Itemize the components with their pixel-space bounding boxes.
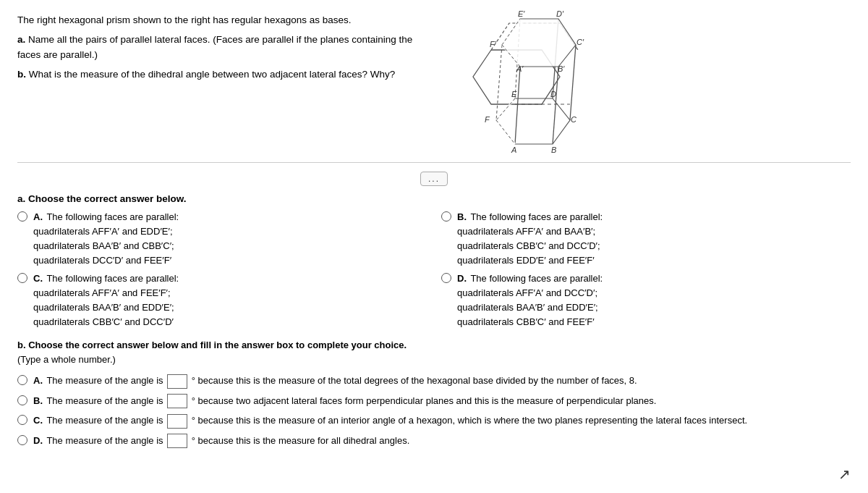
choice-c[interactable]: C. The following faces are parallel: qua… (17, 271, 427, 330)
b-degree-a: ° (192, 375, 195, 386)
choice-c-line3: quadrilaterals BAA′B′ and EDD′E′; (33, 302, 174, 313)
b-choice-c-before: The measure of the angle is (46, 415, 166, 426)
b-choice-d-label: D. (33, 435, 43, 446)
choice-d-line3: quadrilaterals BAA′B′ and EDD′E′; (457, 302, 598, 313)
b-choice-c-content: C. The measure of the angle is ° because… (33, 413, 747, 429)
section-b-choices: A. The measure of the angle is ° because… (17, 374, 851, 448)
cursor-icon: ↗ (838, 465, 851, 483)
choice-b-label: B. (457, 211, 467, 222)
part-b-text: b. What is the measure of the dihedral a… (17, 67, 422, 83)
svg-text:D′: D′ (556, 10, 564, 18)
b-choice-a-label: A. (33, 375, 43, 386)
b-degree-d: ° (192, 435, 195, 446)
top-section: The right hexagonal prism shown to the r… (17, 13, 851, 155)
choice-c-label: C. (33, 273, 43, 284)
choice-a-line1: The following faces are parallel: (46, 211, 179, 222)
choice-d-label: D. (457, 273, 467, 284)
section-b: b. Choose the correct answer below and f… (17, 338, 851, 448)
divider-1 (17, 162, 851, 163)
b-choice-c-label: C. (33, 415, 43, 426)
b-choice-a-before: The measure of the angle is (46, 375, 166, 386)
b-radio-b[interactable] (17, 395, 27, 405)
more-button[interactable]: ... (420, 172, 448, 186)
b-radio-d[interactable] (17, 435, 27, 445)
prism-diagram: E′ D′ C′ B′ A′ F′ A B C D E F (451, 10, 596, 155)
b-answer-box-b[interactable] (167, 394, 187, 408)
b-answer-box-c[interactable] (167, 414, 187, 429)
b-choice-d-before: The measure of the angle is (46, 435, 166, 446)
problem-text: The right hexagonal prism shown to the r… (17, 13, 422, 87)
b-degree-c: ° (192, 415, 195, 426)
svg-text:C′: C′ (576, 38, 584, 46)
choice-b-line2: quadrilaterals AFF′A′ and BAA′B′; (457, 226, 595, 237)
b-answer-box-d[interactable] (167, 434, 187, 448)
b-radio-c[interactable] (17, 415, 27, 425)
section-b-instruction-normal: (Type a whole number.) (17, 354, 116, 365)
section-a: a. Choose the correct answer below. A. T… (17, 193, 851, 329)
section-a-choices: A. The following faces are parallel: qua… (17, 210, 851, 329)
b-choice-b-before: The measure of the angle is (46, 395, 166, 406)
choice-c-line1: The following faces are parallel: (46, 273, 179, 284)
svg-line-5 (570, 45, 576, 120)
choice-d-line2: quadrilaterals AFF′A′ and DCC′D′; (457, 287, 597, 298)
svg-text:C: C (571, 115, 576, 124)
svg-text:F: F (485, 115, 490, 124)
radio-a[interactable] (17, 211, 27, 222)
radio-c[interactable] (17, 273, 27, 283)
choice-a-line2: quadrilaterals AFF′A′ and EDD′E′; (33, 226, 173, 237)
section-b-instruction: b. Choose the correct answer below and f… (17, 338, 851, 366)
choice-c-line4: quadrilaterals CBB′C′ and DCC′D′ (33, 316, 174, 327)
radio-b[interactable] (441, 211, 451, 222)
part-a-body: Name all the pairs of parallel lateral f… (17, 34, 412, 60)
b-choice-b-after: because two adjacent lateral faces form … (198, 395, 657, 406)
b-choice-b-content: B. The measure of the angle is ° because… (33, 394, 656, 409)
part-a-text: a. Name all the pairs of parallel latera… (17, 33, 422, 63)
svg-text:A′: A′ (516, 64, 524, 73)
b-choice-c[interactable]: C. The measure of the angle is ° because… (17, 413, 851, 429)
choice-d-line1: The following faces are parallel: (470, 273, 603, 284)
intro-text: The right hexagonal prism shown to the r… (17, 13, 422, 28)
b-answer-box-a[interactable] (167, 374, 187, 389)
choice-b-line1: The following faces are parallel: (470, 211, 603, 222)
b-choice-a-after: because this is the measure of the total… (198, 375, 637, 386)
prism-svg: E′ D′ C′ B′ A′ F′ A B C D E F (451, 10, 596, 162)
b-degree-b: ° (192, 395, 195, 406)
page: The right hexagonal prism shown to the r… (0, 0, 868, 493)
choice-a-content: A. The following faces are parallel: qua… (33, 210, 179, 269)
choice-b-line4: quadrilaterals EDD′E′ and FEE′F′ (457, 255, 595, 266)
b-radio-a[interactable] (17, 375, 27, 385)
more-btn-container: ... (17, 172, 851, 186)
svg-text:A: A (511, 146, 516, 154)
choice-d-content: D. The following faces are parallel: qua… (457, 271, 603, 330)
choice-b-content: B. The following faces are parallel: qua… (457, 210, 603, 269)
choice-a-label: A. (33, 211, 43, 222)
svg-text:D: D (550, 90, 556, 98)
choice-b[interactable]: B. The following faces are parallel: qua… (441, 210, 851, 269)
choice-a[interactable]: A. The following faces are parallel: qua… (17, 210, 427, 269)
svg-text:B′: B′ (558, 64, 565, 73)
b-choice-a-content: A. The measure of the angle is ° because… (33, 374, 637, 389)
svg-text:B: B (551, 146, 556, 154)
svg-marker-13 (496, 98, 570, 144)
choice-c-content: C. The following faces are parallel: qua… (33, 271, 179, 330)
b-choice-c-after: because this is the measure of an interi… (198, 415, 748, 426)
choice-a-line4: quadrilaterals DCC′D′ and FEE′F′ (33, 255, 171, 266)
b-choice-b[interactable]: B. The measure of the angle is ° because… (17, 394, 851, 409)
section-a-label: a. Choose the correct answer below. (17, 193, 851, 204)
b-choice-d[interactable]: D. The measure of the angle is ° because… (17, 434, 851, 449)
choice-c-line2: quadrilaterals AFF′A′ and FEE′F′; (33, 287, 171, 298)
b-choice-a[interactable]: A. The measure of the angle is ° because… (17, 374, 851, 389)
choice-d[interactable]: D. The following faces are parallel: qua… (441, 271, 851, 330)
svg-text:F′: F′ (490, 40, 497, 49)
choice-d-line4: quadrilaterals CBB′C′ and FEE′F′ (457, 316, 595, 327)
choice-a-line3: quadrilaterals BAA′B′ and CBB′C′; (33, 240, 174, 251)
b-choice-d-content: D. The measure of the angle is ° because… (33, 434, 409, 449)
radio-d[interactable] (441, 273, 451, 283)
part-a-label: a. (17, 34, 25, 45)
part-b-label: b. (17, 69, 26, 80)
part-b-body: What is the measure of the dihedral angl… (29, 69, 396, 80)
b-choice-d-after: because this is the measure for all dihe… (198, 435, 410, 446)
b-choice-b-label: B. (33, 395, 43, 406)
svg-text:E: E (511, 90, 517, 98)
svg-text:E′: E′ (518, 10, 525, 18)
